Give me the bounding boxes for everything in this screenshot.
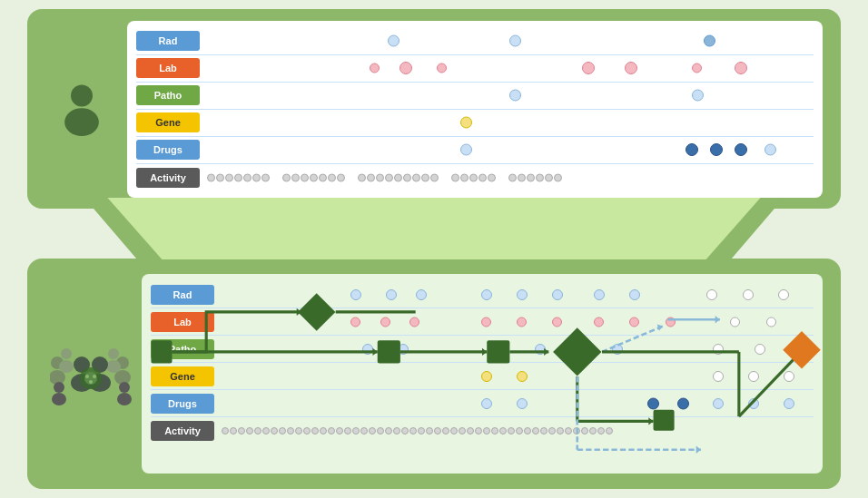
svg-point-19 bbox=[54, 382, 64, 393]
track-label-gene: Gene bbox=[136, 112, 200, 132]
bottom-track-content-activity bbox=[220, 417, 814, 444]
bottom-track-label-patho: Patho bbox=[151, 339, 214, 359]
bottom-track-label-drugs: Drugs bbox=[151, 394, 214, 414]
bottom-track-label-activity: Activity bbox=[151, 421, 214, 441]
svg-point-0 bbox=[71, 84, 93, 106]
track-label-patho: Patho bbox=[136, 85, 200, 105]
top-panel: Rad Lab bbox=[27, 9, 841, 209]
top-timeline: Rad Lab bbox=[127, 21, 823, 198]
bottom-track-content-patho bbox=[220, 336, 814, 362]
svg-point-17 bbox=[93, 375, 96, 378]
bottom-track-label-rad: Rad bbox=[151, 285, 214, 305]
svg-point-6 bbox=[61, 348, 72, 359]
bottom-timeline: Rad Lab bbox=[142, 274, 823, 474]
svg-point-8 bbox=[108, 348, 119, 359]
bottom-track-drugs: Drugs bbox=[151, 390, 814, 417]
track-content-lab bbox=[205, 55, 814, 82]
svg-point-22 bbox=[117, 393, 132, 405]
svg-point-20 bbox=[52, 393, 66, 405]
svg-point-9 bbox=[106, 360, 121, 373]
bottom-track-rad: Rad bbox=[151, 281, 814, 308]
svg-point-21 bbox=[119, 382, 130, 393]
bottom-track-label-gene: Gene bbox=[151, 366, 214, 386]
avatar-section bbox=[45, 82, 118, 136]
track-content-gene bbox=[205, 110, 814, 136]
svg-point-1 bbox=[64, 108, 99, 136]
bottom-track-lab: Lab bbox=[151, 308, 814, 336]
bottom-track-gene: Gene bbox=[151, 363, 814, 390]
bottom-track-content-drugs bbox=[220, 390, 814, 416]
track-content-drugs bbox=[205, 137, 814, 163]
track-content-rad bbox=[205, 28, 814, 54]
track-row-activity: Activity bbox=[136, 164, 814, 191]
bottom-track-label-lab: Lab bbox=[151, 312, 214, 332]
track-row-drugs: Drugs bbox=[136, 137, 814, 164]
track-content-patho bbox=[205, 83, 814, 109]
svg-point-7 bbox=[59, 360, 74, 373]
bottom-track-activity: Activity bbox=[151, 417, 814, 444]
svg-point-16 bbox=[85, 375, 89, 378]
group-icon bbox=[50, 337, 132, 410]
track-label-activity: Activity bbox=[136, 168, 200, 188]
track-row-rad: Rad bbox=[136, 28, 814, 55]
track-label-lab: Lab bbox=[136, 58, 200, 78]
svg-point-18 bbox=[89, 380, 93, 384]
track-label-rad: Rad bbox=[136, 31, 200, 51]
svg-marker-44 bbox=[696, 446, 701, 454]
bottom-track-patho: Patho bbox=[151, 336, 814, 363]
track-content-activity bbox=[205, 164, 814, 191]
group-avatar-section bbox=[45, 337, 136, 410]
person-icon bbox=[54, 82, 109, 136]
bottom-track-content-rad bbox=[220, 281, 814, 308]
track-row-lab: Lab bbox=[136, 55, 814, 83]
track-row-gene: Gene bbox=[136, 110, 814, 137]
bottom-panel: Rad Lab bbox=[27, 259, 841, 489]
bottom-track-content-gene bbox=[220, 363, 814, 389]
main-container: Rad Lab bbox=[0, 0, 868, 498]
track-label-drugs: Drugs bbox=[136, 140, 200, 160]
bottom-track-content-lab bbox=[220, 308, 814, 335]
track-row-patho: Patho bbox=[136, 83, 814, 110]
